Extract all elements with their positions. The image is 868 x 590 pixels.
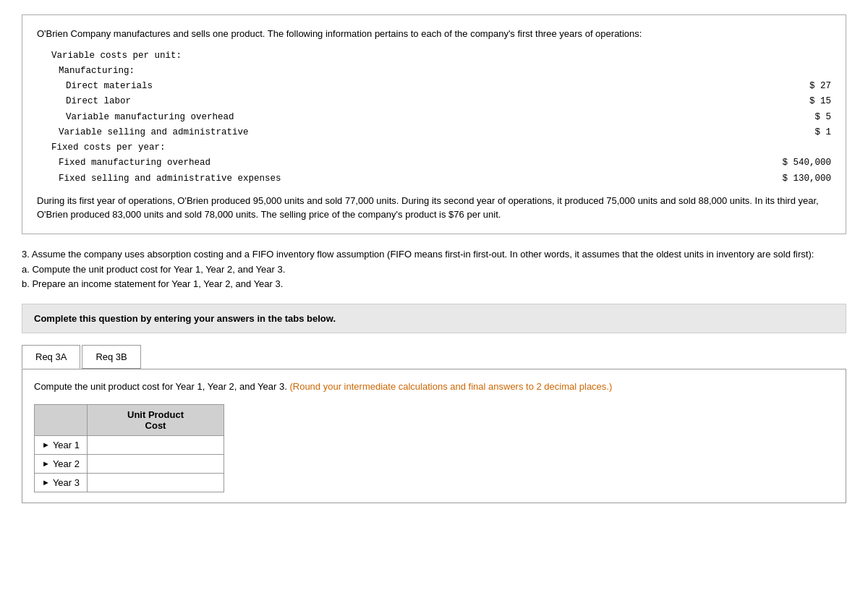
table-header-row: Unit ProductCost xyxy=(35,404,224,435)
year1-input-cell[interactable] xyxy=(88,435,224,454)
direct-labor-value: $ 15 xyxy=(773,94,831,109)
cost-var-mfg-overhead-row: Variable manufacturing overhead $ 5 xyxy=(51,110,831,125)
cost-manufacturing-header: Manufacturing: xyxy=(51,64,831,79)
tab-content-req3a: Compute the unit product cost for Year 1… xyxy=(22,369,846,503)
year3-input-cell[interactable] xyxy=(88,473,224,492)
table-row-year3: ► Year 3 xyxy=(35,473,224,492)
problem-intro: O'Brien Company manufactures and sells o… xyxy=(37,27,831,41)
direct-labor-label: Direct labor xyxy=(66,94,341,109)
year1-pointer: ► xyxy=(42,440,50,449)
var-mfg-overhead-value: $ 5 xyxy=(773,110,831,125)
year1-input[interactable] xyxy=(95,440,216,450)
cost-section2-header: Fixed costs per year: xyxy=(51,140,831,155)
narrative-text: During its first year of operations, O'B… xyxy=(37,194,831,222)
question-text: 3. Assume the company uses absorption co… xyxy=(22,247,846,292)
year2-pointer: ► xyxy=(42,459,50,468)
fixed-selling-label: Fixed selling and administrative expense… xyxy=(59,171,333,187)
cost-fixed-mfg-row: Fixed manufacturing overhead $ 540,000 xyxy=(51,155,831,171)
year2-input[interactable] xyxy=(95,458,216,469)
year2-label: ► Year 2 xyxy=(35,454,88,473)
fixed-selling-value: $ 130,000 xyxy=(773,171,831,187)
tabs-container: Req 3A Req 3B xyxy=(22,345,846,369)
year1-label: ► Year 1 xyxy=(35,435,88,454)
section1-label: Variable costs per unit: xyxy=(51,48,326,64)
question-line1: 3. Assume the company uses absorption co… xyxy=(22,247,846,262)
section2-label: Fixed costs per year: xyxy=(51,140,326,155)
cost-direct-labor-row: Direct labor $ 15 xyxy=(51,94,831,109)
instruction-box: Complete this question by entering your … xyxy=(22,304,846,333)
year3-pointer: ► xyxy=(42,478,50,487)
answer-table: Unit ProductCost ► Year 1 xyxy=(34,404,224,492)
cost-table: Variable costs per unit: Manufacturing: … xyxy=(51,48,831,187)
col-header-empty xyxy=(35,404,88,435)
table-row-year1: ► Year 1 xyxy=(35,435,224,454)
var-mfg-overhead-label: Variable manufacturing overhead xyxy=(66,110,341,125)
var-selling-label: Variable selling and administrative xyxy=(59,125,333,140)
var-selling-value: $ 1 xyxy=(773,125,831,140)
tab-instruction: Compute the unit product cost for Year 1… xyxy=(34,380,834,394)
year3-label: ► Year 3 xyxy=(35,473,88,492)
tab-instruction-main: Compute the unit product cost for Year 1… xyxy=(34,381,287,392)
year2-input-cell[interactable] xyxy=(88,454,224,473)
cost-direct-materials-row: Direct materials $ 27 xyxy=(51,79,831,94)
question-line3: b. Prepare an income statement for Year … xyxy=(22,277,846,292)
year3-input[interactable] xyxy=(95,477,216,488)
cost-var-selling-row: Variable selling and administrative $ 1 xyxy=(51,125,831,140)
col-header-unit-product-cost: Unit ProductCost xyxy=(88,404,224,435)
tab-instruction-note: (Round your intermediate calculations an… xyxy=(289,381,612,392)
tab-req3b[interactable]: Req 3B xyxy=(82,345,140,369)
fixed-mfg-value: $ 540,000 xyxy=(773,155,831,171)
question-line2: a. Compute the unit product cost for Yea… xyxy=(22,262,846,278)
cost-fixed-selling-row: Fixed selling and administrative expense… xyxy=(51,171,831,187)
table-row-year2: ► Year 2 xyxy=(35,454,224,473)
cost-section1-header: Variable costs per unit: xyxy=(51,48,831,64)
direct-materials-value: $ 27 xyxy=(773,79,831,94)
direct-materials-label: Direct materials xyxy=(66,79,341,94)
tab-req3a[interactable]: Req 3A xyxy=(22,345,80,369)
fixed-mfg-label: Fixed manufacturing overhead xyxy=(59,155,333,171)
instruction-text: Complete this question by entering your … xyxy=(34,313,834,324)
problem-box: O'Brien Company manufactures and sells o… xyxy=(22,14,846,234)
